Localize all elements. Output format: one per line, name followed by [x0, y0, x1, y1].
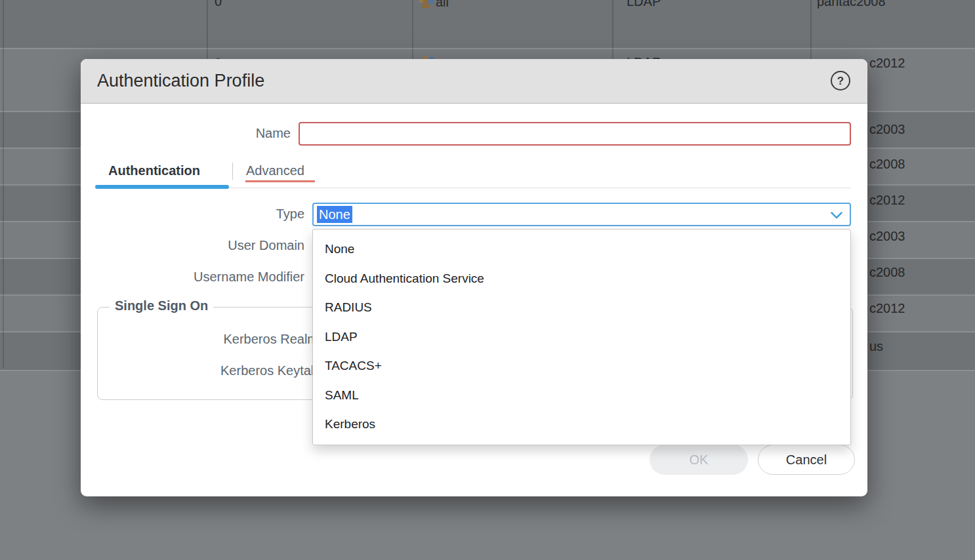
table-cell-server: c2003: [869, 228, 905, 244]
table-cell-server: c2012: [869, 55, 905, 71]
tab-advanced[interactable]: Advanced: [246, 163, 304, 178]
dropdown-option[interactable]: Kerberos: [313, 410, 850, 439]
cancel-button[interactable]: Cancel: [758, 445, 855, 475]
chevron-down-icon[interactable]: [831, 212, 842, 219]
authentication-profile-dialog: Authentication Profile ? Name Authentica…: [81, 59, 867, 496]
name-input[interactable]: [299, 122, 851, 146]
table-cell-count: 0: [215, 0, 222, 9]
username-modifier-label: Username Modifier: [154, 269, 304, 285]
type-selected-value: None: [317, 206, 352, 223]
dialog-header: Authentication Profile ?: [81, 59, 867, 104]
table-cell-users: all: [436, 0, 449, 10]
tab-authentication[interactable]: Authentication: [108, 163, 200, 178]
table-cell-server: c2008: [869, 264, 905, 280]
users-group-icon: [418, 0, 435, 12]
table-column-divider: [3, 0, 4, 369]
type-dropdown-list: None Cloud Authentication Service RADIUS…: [312, 229, 851, 445]
dropdown-option[interactable]: Cloud Authentication Service: [313, 264, 850, 294]
dialog-title: Authentication Profile: [97, 59, 264, 102]
table-cell-server: us: [869, 338, 883, 354]
table-cell-server: pantac2008: [817, 0, 886, 9]
table-cell-type: LDAP: [627, 0, 661, 9]
dropdown-option[interactable]: LDAP: [313, 323, 850, 352]
name-label: Name: [225, 125, 291, 141]
tab-divider: [232, 163, 233, 180]
help-icon[interactable]: ?: [831, 71, 850, 90]
kerberos-realm-label: Kerberos Realm: [153, 331, 318, 347]
active-tab-indicator: [95, 185, 229, 189]
dropdown-option[interactable]: None: [313, 235, 850, 264]
kerberos-keytab-label: Kerberos Keytab: [153, 363, 318, 378]
user-domain-label: User Domain: [173, 237, 304, 253]
table-cell-server: c2012: [869, 192, 905, 208]
tab-error-underline: [245, 180, 315, 182]
table-cell-server: c2003: [869, 121, 905, 137]
ok-button[interactable]: OK: [650, 445, 748, 475]
table-cell-server: c2008: [869, 156, 905, 172]
table-cell-server: c2012: [869, 300, 905, 316]
type-label: Type: [239, 206, 304, 222]
type-combobox[interactable]: None: [312, 203, 851, 226]
dropdown-option[interactable]: TACACS+: [313, 351, 850, 381]
dropdown-option[interactable]: SAML: [313, 381, 850, 410]
dropdown-option[interactable]: RADIUS: [313, 293, 850, 323]
single-sign-on-legend: Single Sign On: [110, 298, 213, 313]
